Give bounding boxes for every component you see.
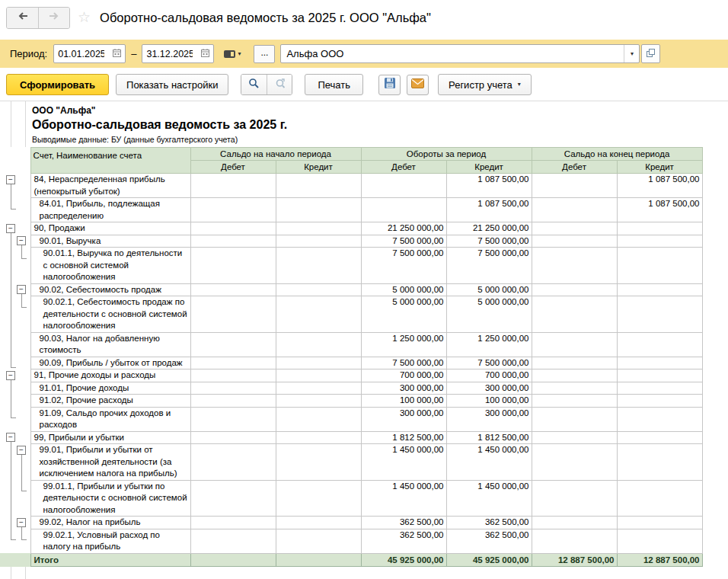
value-cell[interactable] [617,407,702,431]
account-cell[interactable]: 84, Нераспределенная прибыль (непокрытый… [30,174,190,198]
collapse-group-icon[interactable]: − [6,433,15,442]
value-cell[interactable] [532,395,617,408]
value-cell[interactable] [617,431,702,444]
value-cell[interactable] [532,382,617,395]
value-cell[interactable]: 300 000,00 [361,382,446,395]
value-cell[interactable]: 1 087 500,00 [617,174,702,198]
value-cell[interactable] [190,431,276,444]
value-cell[interactable] [617,444,702,481]
value-cell[interactable]: 5 000 000,00 [361,296,446,333]
collapse-group-icon[interactable]: − [6,371,15,380]
value-cell[interactable] [532,517,617,529]
search-button[interactable] [241,75,267,94]
value-cell[interactable] [190,357,276,369]
value-cell[interactable]: 1 812 500,00 [361,431,446,444]
value-cell[interactable] [617,369,702,382]
value-cell[interactable] [276,395,361,408]
save-button[interactable] [378,75,401,95]
value-cell[interactable] [190,235,276,248]
value-cell[interactable] [276,517,361,529]
value-cell[interactable] [532,222,617,235]
value-cell[interactable] [276,332,361,357]
date-from-field[interactable] [53,44,126,63]
value-cell[interactable]: 700 000,00 [446,369,532,382]
send-email-button[interactable] [407,75,429,95]
date-to-field[interactable] [142,44,214,63]
collapse-group-icon[interactable]: − [6,224,15,233]
value-cell[interactable] [276,283,361,296]
value-cell[interactable]: 362 500,00 [446,529,532,553]
value-cell[interactable] [532,283,617,296]
value-cell[interactable] [276,369,361,382]
value-cell[interactable] [617,395,702,408]
value-cell[interactable]: 12 887 500,00 [532,553,617,567]
value-cell[interactable] [276,235,361,248]
value-cell[interactable] [617,248,702,284]
value-cell[interactable]: 300 000,00 [361,407,446,431]
value-cell[interactable] [532,444,617,481]
favorite-star-icon[interactable]: ☆ [78,10,91,25]
register-menu-button[interactable]: Регистр учета ▾ [438,74,532,95]
account-cell[interactable]: 99.02.1, Условный расход по налогу на пр… [30,529,190,553]
value-cell[interactable]: 21 250 000,00 [446,222,532,235]
value-cell[interactable] [617,283,702,296]
collapse-group-icon[interactable]: − [17,446,26,455]
value-cell[interactable] [532,529,617,553]
account-cell[interactable]: 99.01, Прибыли и убытки от хозяйственной… [30,444,190,481]
account-cell[interactable]: 90, Продажи [30,222,190,235]
value-cell[interactable]: 1 250 000,00 [446,332,532,357]
value-cell[interactable] [190,283,276,296]
account-cell[interactable]: 90.01, Выручка [30,235,190,248]
value-cell[interactable] [617,296,702,333]
value-cell[interactable] [190,222,276,235]
value-cell[interactable] [361,198,446,222]
calendar-button[interactable] [108,45,125,62]
print-button[interactable]: Печать [305,74,363,95]
value-cell[interactable]: 300 000,00 [446,382,532,395]
value-cell[interactable]: 1 087 500,00 [446,174,532,198]
value-cell[interactable] [190,369,276,382]
more-options-button[interactable]: ... [254,45,275,63]
value-cell[interactable]: 5 000 000,00 [446,296,532,333]
account-cell[interactable]: 90.03, Налог на добавленную стоимость [30,332,190,357]
value-cell[interactable] [532,357,617,369]
value-cell[interactable]: 7 500 000,00 [361,235,446,248]
value-cell[interactable] [276,296,361,333]
value-cell[interactable]: 7 500 000,00 [361,248,446,284]
value-cell[interactable]: 100 000,00 [361,395,446,408]
value-cell[interactable] [276,431,361,444]
value-cell[interactable] [532,296,617,333]
account-cell[interactable]: 91.09, Сальдо прочих доходов и расходов [30,407,190,431]
collapse-group-icon[interactable]: − [6,175,15,184]
value-cell[interactable] [276,222,361,235]
value-cell[interactable] [190,407,276,431]
back-button[interactable] [7,8,38,28]
date-from-input[interactable] [54,49,104,59]
value-cell[interactable]: 1 812 500,00 [446,431,532,444]
value-cell[interactable] [276,553,361,567]
value-cell[interactable] [532,248,617,284]
open-organization-button[interactable] [641,44,660,63]
value-cell[interactable] [361,174,446,198]
value-cell[interactable] [617,382,702,395]
value-cell[interactable] [532,235,617,248]
value-cell[interactable]: 1 450 000,00 [361,480,446,517]
value-cell[interactable] [617,480,702,517]
collapse-group-icon[interactable]: − [17,518,26,527]
period-variant-button[interactable]: ▾ [220,45,244,63]
value-cell[interactable] [190,529,276,553]
value-cell[interactable] [190,444,276,481]
value-cell[interactable]: 1 087 500,00 [617,198,702,222]
value-cell[interactable]: 7 500 000,00 [361,357,446,369]
value-cell[interactable]: 362 500,00 [361,529,446,553]
value-cell[interactable]: 1 450 000,00 [446,480,532,517]
value-cell[interactable] [190,174,276,198]
value-cell[interactable]: 1 450 000,00 [446,444,532,481]
value-cell[interactable] [617,222,702,235]
value-cell[interactable] [190,517,276,529]
account-cell[interactable]: 84.01, Прибыль, подлежащая распределению [30,198,190,222]
organization-combobox[interactable]: Альфа ООО ▾ [280,44,640,63]
value-cell[interactable] [190,480,276,517]
value-cell[interactable] [532,431,617,444]
generate-button[interactable]: Сформировать [6,74,109,95]
